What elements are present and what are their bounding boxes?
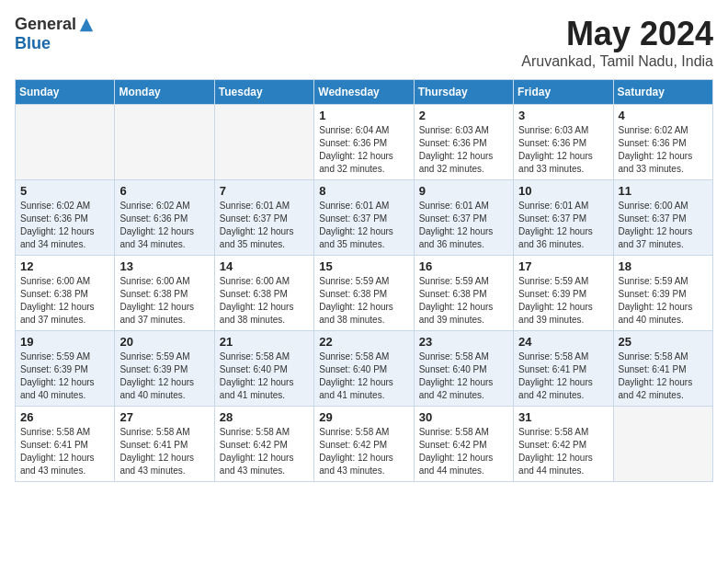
- day-info: Sunrise: 6:01 AM Sunset: 6:37 PM Dayligh…: [220, 200, 309, 251]
- calendar-week-row: 26Sunrise: 5:58 AM Sunset: 6:41 PM Dayli…: [16, 407, 713, 482]
- calendar-day-cell: 22Sunrise: 5:58 AM Sunset: 6:40 PM Dayli…: [314, 331, 414, 407]
- day-info: Sunrise: 5:58 AM Sunset: 6:41 PM Dayligh…: [518, 350, 608, 402]
- day-number: 26: [20, 410, 109, 424]
- day-info: Sunrise: 6:03 AM Sunset: 6:36 PM Dayligh…: [419, 124, 508, 176]
- day-number: 28: [220, 410, 309, 424]
- day-number: 13: [119, 259, 209, 273]
- calendar-day-cell: [214, 105, 313, 180]
- calendar-day-cell: 24Sunrise: 5:58 AM Sunset: 6:41 PM Dayli…: [514, 331, 613, 407]
- location-subtitle: Aruvankad, Tamil Nadu, India: [521, 53, 713, 70]
- day-info: Sunrise: 5:58 AM Sunset: 6:41 PM Dayligh…: [619, 350, 708, 402]
- day-info: Sunrise: 5:58 AM Sunset: 6:40 PM Dayligh…: [220, 350, 309, 402]
- day-number: 7: [220, 184, 309, 198]
- day-number: 20: [119, 335, 209, 349]
- day-number: 25: [619, 335, 708, 349]
- weekday-header-saturday: Saturday: [613, 80, 712, 105]
- weekday-header-thursday: Thursday: [414, 80, 513, 105]
- logo-general-text: General: [15, 15, 76, 34]
- day-info: Sunrise: 5:58 AM Sunset: 6:41 PM Dayligh…: [20, 426, 109, 477]
- logo: General Blue: [15, 15, 95, 53]
- calendar-table: SundayMondayTuesdayWednesdayThursdayFrid…: [15, 79, 713, 482]
- day-number: 2: [419, 109, 508, 122]
- day-info: Sunrise: 5:59 AM Sunset: 6:38 PM Dayligh…: [419, 275, 508, 327]
- day-info: Sunrise: 6:01 AM Sunset: 6:37 PM Dayligh…: [419, 200, 508, 251]
- calendar-day-cell: [16, 105, 115, 180]
- calendar-day-cell: 20Sunrise: 5:59 AM Sunset: 6:39 PM Dayli…: [115, 331, 214, 407]
- calendar-day-cell: 11Sunrise: 6:00 AM Sunset: 6:37 PM Dayli…: [613, 180, 712, 256]
- calendar-day-cell: 2Sunrise: 6:03 AM Sunset: 6:36 PM Daylig…: [414, 105, 513, 180]
- day-info: Sunrise: 5:59 AM Sunset: 6:39 PM Dayligh…: [20, 350, 109, 402]
- weekday-header-monday: Monday: [115, 80, 214, 105]
- day-number: 11: [619, 184, 708, 198]
- calendar-day-cell: 16Sunrise: 5:59 AM Sunset: 6:38 PM Dayli…: [414, 256, 513, 331]
- calendar-day-cell: 29Sunrise: 5:58 AM Sunset: 6:42 PM Dayli…: [314, 407, 414, 482]
- day-info: Sunrise: 6:00 AM Sunset: 6:37 PM Dayligh…: [619, 200, 708, 251]
- calendar-day-cell: 1Sunrise: 6:04 AM Sunset: 6:36 PM Daylig…: [314, 105, 414, 180]
- day-number: 30: [419, 410, 508, 424]
- day-info: Sunrise: 5:58 AM Sunset: 6:41 PM Dayligh…: [119, 426, 209, 477]
- day-number: 17: [518, 259, 608, 273]
- calendar-day-cell: 25Sunrise: 5:58 AM Sunset: 6:41 PM Dayli…: [613, 331, 712, 407]
- day-info: Sunrise: 5:58 AM Sunset: 6:42 PM Dayligh…: [419, 426, 508, 477]
- calendar-day-cell: 9Sunrise: 6:01 AM Sunset: 6:37 PM Daylig…: [414, 180, 513, 256]
- day-number: 12: [20, 259, 109, 273]
- calendar-day-cell: 10Sunrise: 6:01 AM Sunset: 6:37 PM Dayli…: [514, 180, 613, 256]
- day-info: Sunrise: 6:02 AM Sunset: 6:36 PM Dayligh…: [119, 200, 209, 251]
- calendar-day-cell: 17Sunrise: 5:59 AM Sunset: 6:39 PM Dayli…: [514, 256, 613, 331]
- calendar-day-cell: 3Sunrise: 6:03 AM Sunset: 6:36 PM Daylig…: [514, 105, 613, 180]
- day-info: Sunrise: 5:59 AM Sunset: 6:39 PM Dayligh…: [518, 275, 608, 327]
- day-number: 10: [518, 184, 608, 198]
- page-header: General Blue May 2024 Aruvankad, Tamil N…: [15, 15, 713, 70]
- calendar-day-cell: 13Sunrise: 6:00 AM Sunset: 6:38 PM Dayli…: [115, 256, 214, 331]
- day-info: Sunrise: 5:58 AM Sunset: 6:42 PM Dayligh…: [518, 426, 608, 477]
- day-number: 22: [319, 335, 408, 349]
- day-number: 29: [319, 410, 408, 424]
- day-number: 5: [20, 184, 109, 198]
- calendar-week-row: 12Sunrise: 6:00 AM Sunset: 6:38 PM Dayli…: [16, 256, 713, 331]
- day-number: 23: [419, 335, 508, 349]
- calendar-day-cell: 26Sunrise: 5:58 AM Sunset: 6:41 PM Dayli…: [16, 407, 115, 482]
- day-info: Sunrise: 6:02 AM Sunset: 6:36 PM Dayligh…: [619, 124, 708, 176]
- day-info: Sunrise: 5:59 AM Sunset: 6:38 PM Dayligh…: [319, 275, 408, 327]
- day-info: Sunrise: 5:59 AM Sunset: 6:39 PM Dayligh…: [119, 350, 209, 402]
- day-number: 4: [619, 109, 708, 122]
- day-info: Sunrise: 6:04 AM Sunset: 6:36 PM Dayligh…: [319, 124, 408, 176]
- day-number: 24: [518, 335, 608, 349]
- month-year-title: May 2024: [521, 15, 713, 53]
- day-number: 15: [319, 259, 408, 273]
- day-number: 31: [518, 410, 608, 424]
- day-info: Sunrise: 6:01 AM Sunset: 6:37 PM Dayligh…: [518, 200, 608, 251]
- calendar-day-cell: 30Sunrise: 5:58 AM Sunset: 6:42 PM Dayli…: [414, 407, 513, 482]
- day-number: 16: [419, 259, 508, 273]
- calendar-day-cell: 18Sunrise: 5:59 AM Sunset: 6:39 PM Dayli…: [613, 256, 712, 331]
- weekday-header-tuesday: Tuesday: [214, 80, 313, 105]
- title-block: May 2024 Aruvankad, Tamil Nadu, India: [521, 15, 713, 70]
- calendar-day-cell: 19Sunrise: 5:59 AM Sunset: 6:39 PM Dayli…: [16, 331, 115, 407]
- calendar-week-row: 1Sunrise: 6:04 AM Sunset: 6:36 PM Daylig…: [16, 105, 713, 180]
- calendar-day-cell: 23Sunrise: 5:58 AM Sunset: 6:40 PM Dayli…: [414, 331, 513, 407]
- weekday-header-wednesday: Wednesday: [314, 80, 414, 105]
- weekday-header-friday: Friday: [514, 80, 613, 105]
- calendar-day-cell: 4Sunrise: 6:02 AM Sunset: 6:36 PM Daylig…: [613, 105, 712, 180]
- day-info: Sunrise: 6:03 AM Sunset: 6:36 PM Dayligh…: [518, 124, 608, 176]
- day-number: 27: [119, 410, 209, 424]
- day-number: 9: [419, 184, 508, 198]
- day-info: Sunrise: 6:02 AM Sunset: 6:36 PM Dayligh…: [20, 200, 109, 251]
- day-info: Sunrise: 5:58 AM Sunset: 6:40 PM Dayligh…: [419, 350, 508, 402]
- day-info: Sunrise: 5:58 AM Sunset: 6:42 PM Dayligh…: [220, 426, 309, 477]
- calendar-day-cell: [613, 407, 712, 482]
- calendar-day-cell: 12Sunrise: 6:00 AM Sunset: 6:38 PM Dayli…: [16, 256, 115, 331]
- day-number: 6: [119, 184, 209, 198]
- calendar-header-row: SundayMondayTuesdayWednesdayThursdayFrid…: [16, 80, 713, 105]
- day-number: 19: [20, 335, 109, 349]
- day-number: 3: [518, 109, 608, 122]
- day-number: 18: [619, 259, 708, 273]
- logo-icon: [78, 17, 95, 33]
- day-info: Sunrise: 6:01 AM Sunset: 6:37 PM Dayligh…: [319, 200, 408, 251]
- day-info: Sunrise: 5:59 AM Sunset: 6:39 PM Dayligh…: [619, 275, 708, 327]
- weekday-header-sunday: Sunday: [16, 80, 115, 105]
- day-number: 21: [220, 335, 309, 349]
- calendar-week-row: 5Sunrise: 6:02 AM Sunset: 6:36 PM Daylig…: [16, 180, 713, 256]
- day-info: Sunrise: 6:00 AM Sunset: 6:38 PM Dayligh…: [220, 275, 309, 327]
- logo-blue-text: Blue: [15, 34, 51, 53]
